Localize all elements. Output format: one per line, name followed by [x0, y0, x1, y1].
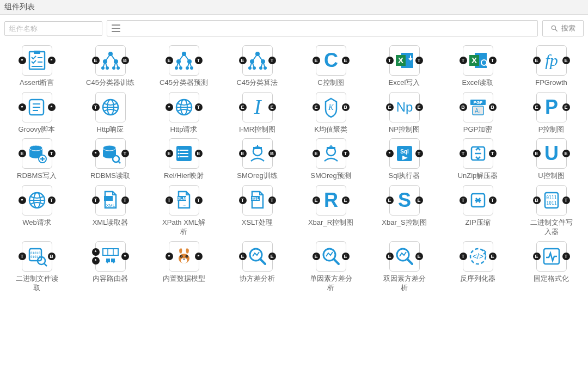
component-c45-predict[interactable]: ETC45分类器预测	[147, 43, 220, 90]
component-xml-read[interactable]: XMLTTXML读取器	[74, 183, 147, 239]
port-right[interactable]: E	[562, 57, 570, 64]
port-left[interactable]: *	[19, 196, 26, 204]
component-rdbms-write[interactable]: ETRDBMS写入	[0, 136, 74, 183]
port-left[interactable]: T	[460, 57, 467, 64]
component-builtin-model[interactable]: **内置数据模型	[147, 239, 220, 295]
component-excel-read[interactable]: XTTExcel读取	[441, 43, 514, 90]
port-right[interactable]: B	[48, 253, 56, 260]
port-left[interactable]: E	[239, 103, 247, 111]
port-right[interactable]: E	[268, 103, 276, 111]
port-right[interactable]: B	[489, 103, 497, 111]
component-zip[interactable]: TTZIP压缩	[441, 183, 514, 239]
port-left[interactable]: E	[386, 253, 394, 260]
port-right[interactable]: T	[195, 103, 203, 111]
port-left[interactable]: T	[460, 196, 467, 204]
port-left[interactable]: E	[239, 57, 247, 64]
component-covariance[interactable]: EE协方差分析	[220, 239, 294, 295]
component-rdbms-read[interactable]: *TRDBMS读取	[74, 136, 147, 183]
port-left[interactable]: E	[92, 57, 100, 64]
port-left[interactable]: B	[533, 196, 541, 204]
component-anova2[interactable]: EE双因素方差分析	[367, 239, 441, 295]
component-xpath[interactable]: XLM→TTXPath XML解析	[147, 183, 220, 239]
port-left[interactable]: E	[533, 253, 541, 260]
port-left[interactable]: T	[19, 253, 26, 260]
component-p-chart[interactable]: PEEP控制图	[514, 90, 588, 137]
port-right[interactable]: E	[562, 103, 570, 111]
port-left[interactable]: *	[92, 248, 100, 256]
component-sql-exec[interactable]: Sql*TSql执行器	[367, 136, 441, 183]
port-left[interactable]: E	[313, 150, 320, 157]
port-left[interactable]: E	[313, 253, 320, 260]
component-excel-write[interactable]: XTTExcel写入	[367, 43, 441, 90]
port-right[interactable]: T	[195, 196, 203, 204]
component-fpgrowth[interactable]: fpEEFPGrowth	[514, 43, 588, 90]
port-right[interactable]: T	[121, 150, 129, 157]
component-web-req[interactable]: *TWeb请求	[0, 183, 74, 239]
port-right[interactable]: T	[562, 253, 570, 260]
port-right[interactable]: T	[489, 150, 497, 157]
component-imr[interactable]: IEEI-MR控制图	[220, 90, 294, 137]
port-left[interactable]: E	[19, 150, 26, 157]
port-right[interactable]: E	[342, 253, 350, 260]
component-pgp[interactable]: PGPA↓BBPGP加密	[441, 90, 514, 137]
component-kmeans[interactable]: KEBK均值聚类	[294, 90, 367, 137]
port-left[interactable]: E	[166, 150, 173, 157]
port-left[interactable]: *	[166, 103, 173, 111]
port-left[interactable]: E	[313, 57, 320, 64]
component-c45-train[interactable]: EBC45分类器训练	[74, 43, 147, 90]
port-left[interactable]: T	[386, 57, 394, 64]
port-left[interactable]: *	[92, 150, 100, 157]
component-anova1[interactable]: EE单因素方差分析	[294, 239, 367, 295]
component-groovy[interactable]: **Groovy脚本	[0, 90, 74, 137]
component-fixed-format[interactable]: ET固定格式化	[514, 239, 588, 295]
port-right[interactable]: T	[48, 196, 56, 204]
component-http-req[interactable]: *THttp请求	[147, 90, 220, 137]
port-right[interactable]: B	[342, 103, 350, 111]
port-right[interactable]: B	[121, 57, 129, 64]
port-left[interactable]: T	[92, 103, 100, 111]
component-bin-read[interactable]: 0101001011TB二进制文件读取	[0, 239, 74, 295]
port-left[interactable]: E	[533, 150, 541, 157]
component-xslt[interactable]: XSLTTXSLT处理	[220, 183, 294, 239]
component-smoreg-pred[interactable]: ETSMOreg预测	[294, 136, 367, 183]
port-right[interactable]: E	[195, 150, 203, 157]
port-left[interactable]: *	[19, 57, 26, 64]
port-right[interactable]: E	[415, 196, 423, 204]
port-left[interactable]: B	[460, 103, 467, 111]
port-left[interactable]: T	[460, 150, 467, 157]
port-right[interactable]: *	[121, 253, 129, 260]
port-right[interactable]: E	[342, 196, 350, 204]
component-c-chart[interactable]: CEEC控制图	[294, 43, 367, 90]
component-unzip[interactable]: TTUnZip解压器	[441, 136, 514, 183]
port-right[interactable]: T	[121, 196, 129, 204]
port-left[interactable]: *	[19, 103, 26, 111]
port-right[interactable]: *	[48, 57, 56, 64]
port-left[interactable]: T	[460, 253, 467, 260]
port-right[interactable]: *	[195, 253, 203, 260]
component-smoreg-train[interactable]: EBSMOreg训练	[220, 136, 294, 183]
port-left[interactable]: *	[166, 253, 173, 260]
component-http-resp[interactable]: THttp响应	[74, 90, 147, 137]
port-left[interactable]: E	[533, 103, 541, 111]
filter-bar[interactable]	[107, 20, 538, 36]
port-right[interactable]: T	[489, 196, 497, 204]
port-right[interactable]: T	[268, 57, 276, 64]
port-left[interactable]: T	[166, 196, 173, 204]
port-right[interactable]: T	[489, 57, 497, 64]
port-right[interactable]: *	[48, 103, 56, 111]
port-left[interactable]: E	[313, 103, 320, 111]
port-right[interactable]: E	[415, 253, 423, 260]
component-deserialize[interactable]: </>TE反序列化器	[441, 239, 514, 295]
component-bin-write[interactable]: 01111011BT二进制文件写入器	[514, 183, 588, 239]
port-right[interactable]: T	[48, 150, 56, 157]
port-right[interactable]: T	[268, 196, 276, 204]
port-left[interactable]: *	[92, 257, 100, 265]
port-right[interactable]: T	[342, 150, 350, 157]
port-left[interactable]: E	[239, 150, 247, 157]
search-button[interactable]: 搜索	[542, 20, 584, 36]
port-right[interactable]: E	[489, 253, 497, 260]
port-left[interactable]: *	[386, 150, 394, 157]
component-c45-algo[interactable]: ETC45分类算法	[220, 43, 294, 90]
port-left[interactable]: E	[166, 57, 173, 64]
port-left[interactable]: E	[313, 196, 320, 204]
